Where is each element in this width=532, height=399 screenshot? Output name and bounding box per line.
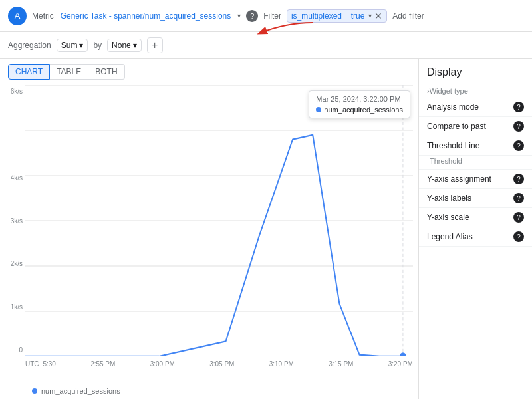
legend-alias-label: Legend Alias — [427, 232, 473, 241]
threshold-sublabel: Threshold — [419, 156, 532, 170]
chart-tabs: CHART TABLE BOTH — [0, 59, 418, 85]
y-axis-assignment-help-icon[interactable]: ? — [513, 174, 524, 184]
panel-row-y-axis-labels[interactable]: Y-axis labels ? — [419, 189, 532, 208]
analysis-mode-help-icon[interactable]: ? — [513, 102, 524, 112]
sum-dropdown-icon: ▾ — [79, 41, 83, 50]
panel-row-compare-to-past[interactable]: Compare to past ? — [419, 117, 532, 136]
top-bar: A Metric Generic Task - spanner/num_acqu… — [0, 0, 532, 32]
svg-point-8 — [400, 352, 406, 356]
panel-row-analysis-mode[interactable]: Analysis mode ? — [419, 98, 532, 117]
y-label-4k: 4k/s — [0, 174, 25, 182]
y-axis-assignment-label: Y-axis assignment — [427, 174, 491, 184]
x-label-305: 3:05 PM — [209, 360, 234, 368]
main-area: CHART TABLE BOTH 0 1k/s 2k/s 3k/s 4k/s 5… — [0, 59, 532, 399]
y-axis-scale-label: Y-axis scale — [427, 213, 469, 222]
x-label-310: 3:10 PM — [269, 360, 294, 368]
tab-both[interactable]: BOTH — [88, 64, 124, 80]
panel-row-y-axis-scale[interactable]: Y-axis scale ? — [419, 208, 532, 227]
none-label: None — [112, 41, 131, 50]
none-dropdown-icon: ▾ — [133, 41, 137, 50]
metric-label: Metric — [32, 11, 54, 21]
filter-label: Filter — [263, 11, 281, 21]
panel-row-y-axis-assignment[interactable]: Y-axis assignment ? — [419, 170, 532, 189]
add-metric-button[interactable]: + — [147, 37, 163, 53]
chart-container: 0 1k/s 2k/s 3k/s 4k/s 5k/s 6k/s — [0, 85, 418, 383]
legend-dot — [32, 388, 37, 394]
right-panel: Display › Widget type Analysis mode ? Co… — [419, 59, 532, 399]
tab-table[interactable]: TABLE — [50, 64, 88, 80]
compare-to-past-label: Compare to past — [427, 122, 486, 131]
chart-area: CHART TABLE BOTH 0 1k/s 2k/s 3k/s 4k/s 5… — [0, 59, 419, 399]
add-filter-button[interactable]: Add filter — [392, 11, 424, 21]
threshold-line-label: Threshold Line — [427, 141, 479, 150]
y-label-3k: 3k/s — [0, 217, 25, 225]
x-axis: UTC+5:30 2:55 PM 3:00 PM 3:05 PM 3:10 PM… — [25, 358, 413, 383]
x-label-255: 2:55 PM — [90, 360, 115, 368]
legend-text: num_acquired_sessions — [41, 387, 120, 395]
y-axis-labels-label: Y-axis labels — [427, 194, 471, 203]
x-label-300: 3:00 PM — [150, 360, 175, 368]
avatar: A — [8, 7, 27, 25]
annotation-arrow — [253, 20, 319, 37]
threshold-line-help-icon[interactable]: ? — [513, 140, 524, 151]
by-label: by — [93, 41, 102, 50]
y-label-0: 0 — [0, 346, 25, 354]
x-label-315: 3:15 PM — [329, 360, 353, 368]
y-axis-labels: 0 1k/s 2k/s 3k/s 4k/s 5k/s 6k/s — [0, 85, 25, 356]
y-axis-labels-help-icon[interactable]: ? — [513, 193, 524, 203]
legend-alias-help-icon[interactable]: ? — [513, 231, 524, 242]
metric-value[interactable]: Generic Task - spanner/num_acquired_sess… — [61, 11, 231, 21]
y-axis-scale-help-icon[interactable]: ? — [513, 212, 524, 223]
x-label-320: 3:20 PM — [388, 360, 413, 368]
sum-label: Sum — [61, 41, 78, 50]
panel-row-legend-alias[interactable]: Legend Alias ? — [419, 227, 532, 247]
panel-title: Display — [419, 59, 532, 84]
compare-to-past-help-icon[interactable]: ? — [513, 121, 524, 132]
none-select[interactable]: None ▾ — [107, 39, 142, 52]
filter-value: is_multiplexed = true — [291, 11, 364, 21]
widget-type-label: Widget type — [430, 87, 468, 95]
legend-area: num_acquired_sessions — [0, 383, 418, 399]
panel-row-threshold-line[interactable]: Threshold Line ? — [419, 136, 532, 156]
x-label-0: UTC+5:30 — [25, 360, 56, 368]
y-label-1k: 1k/s — [0, 303, 25, 311]
tab-chart[interactable]: CHART — [8, 64, 50, 80]
analysis-mode-label: Analysis mode — [427, 102, 479, 112]
filter-dropdown-icon[interactable]: ▾ — [368, 12, 372, 19]
sum-select[interactable]: Sum ▾ — [57, 39, 88, 52]
widget-type-section[interactable]: › Widget type — [419, 84, 532, 98]
filter-close-icon[interactable]: ✕ — [374, 11, 382, 21]
y-label-6k: 6k/s — [0, 88, 25, 95]
aggregation-label: Aggregation — [8, 41, 51, 50]
metric-dropdown-icon[interactable]: ▾ — [237, 12, 241, 19]
y-label-2k: 2k/s — [0, 260, 25, 267]
chart-svg — [25, 85, 413, 356]
